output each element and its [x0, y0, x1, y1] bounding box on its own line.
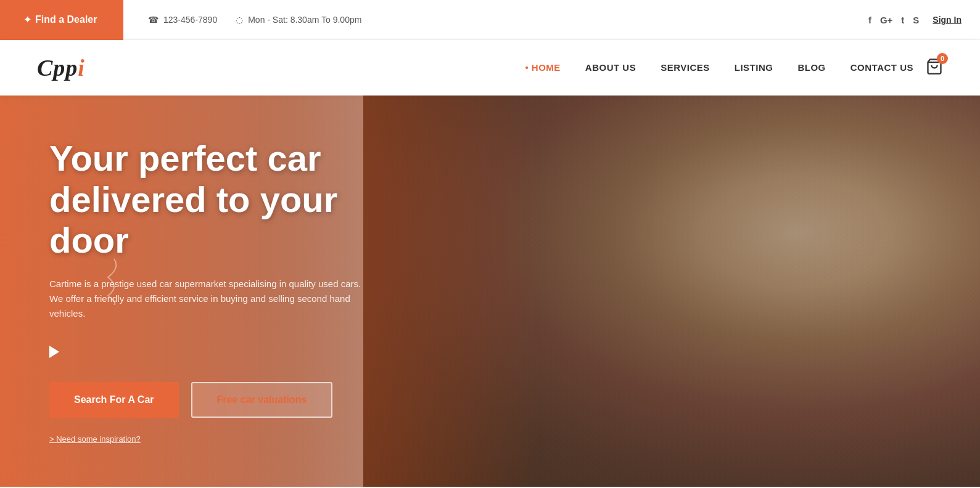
main-navigation: Cppi HOME ABOUT US SERVICES LISTING BLOG…	[0, 40, 980, 96]
inspiration-link[interactable]: Need some inspiration?	[49, 434, 141, 444]
social-links: f G+ t S Sign In	[868, 15, 980, 25]
sign-in-link[interactable]: Sign In	[933, 15, 961, 25]
hero-subtitle: Cartime is a prestige used car supermark…	[49, 277, 370, 321]
find-dealer-button[interactable]: ⌖ Find a Dealer	[0, 0, 123, 40]
play-icon-area	[49, 346, 382, 373]
hero-buttons: Search For A Car Free car valuations	[49, 382, 382, 418]
business-hours: Mon - Sat: 8.30am To 9.00pm	[248, 15, 361, 25]
cart-button[interactable]: 0	[926, 58, 943, 78]
contact-info: ☎ 123-456-7890 ◌ Mon - Sat: 8.30am To 9.…	[123, 15, 868, 25]
phone-icon: ☎	[148, 15, 159, 25]
nav-item-listing[interactable]: LISTING	[735, 62, 773, 73]
facebook-link[interactable]: f	[868, 15, 871, 25]
nav-item-about[interactable]: ABOUT US	[585, 62, 636, 73]
site-logo[interactable]: Cppi	[37, 54, 85, 81]
play-icon	[49, 346, 59, 358]
hero-content: Your perfect car delivered to your door …	[0, 138, 432, 444]
twitter-link[interactable]: t	[901, 15, 904, 25]
free-valuation-button[interactable]: Free car valuations	[191, 382, 333, 418]
pin-icon: ⌖	[25, 14, 30, 25]
nav-links-list: HOME ABOUT US SERVICES LISTING BLOG CONT…	[525, 62, 913, 73]
nav-item-home[interactable]: HOME	[525, 62, 560, 73]
skype-link[interactable]: S	[913, 15, 919, 25]
cart-count-badge: 0	[937, 53, 948, 64]
hero-section: Your perfect car delivered to your door …	[0, 96, 980, 487]
nav-item-blog[interactable]: BLOG	[797, 62, 825, 73]
nav-item-services[interactable]: SERVICES	[661, 62, 710, 73]
search-car-button[interactable]: Search For A Car	[49, 382, 179, 418]
phone-number: 123-456-7890	[163, 15, 217, 25]
nav-item-contact[interactable]: CONTACT US	[850, 62, 913, 73]
clock-icon: ◌	[236, 15, 243, 25]
google-plus-link[interactable]: G+	[880, 15, 892, 25]
hero-title: Your perfect car delivered to your door	[49, 138, 382, 261]
phone-item: ☎ 123-456-7890	[148, 15, 217, 25]
hours-item: ◌ Mon - Sat: 8.30am To 9.00pm	[236, 15, 361, 25]
top-bar: ⌖ Find a Dealer ☎ 123-456-7890 ◌ Mon - S…	[0, 0, 980, 40]
